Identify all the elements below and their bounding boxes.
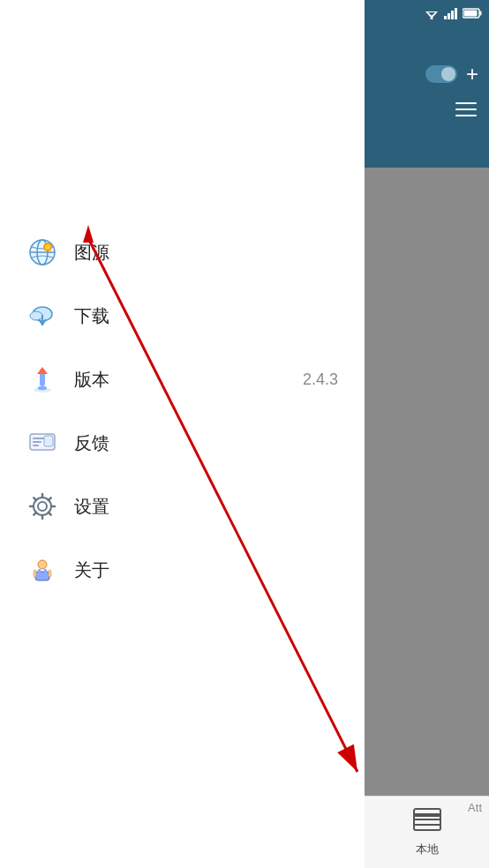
hamburger-row [375,102,478,116]
hamburger-line-2 [455,108,477,110]
svg-rect-33 [44,569,47,573]
menu-item-shezhi[interactable]: 设置 [0,475,365,538]
toggle-button[interactable] [425,65,457,83]
banben-value: 2.4.3 [303,370,338,389]
svg-rect-32 [38,569,41,573]
menu-item-xiazai[interactable]: 下载 [0,284,365,348]
xiazai-icon [26,300,58,332]
local-tab-label: 本地 [416,842,439,857]
menu-item-guanyu[interactable]: 关于 [0,538,365,602]
svg-rect-9 [480,11,482,16]
hamburger-line-3 [455,115,477,116]
svg-rect-7 [455,8,457,19]
local-tab-icon [413,807,441,838]
svg-rect-35 [49,570,51,577]
svg-rect-31 [35,572,49,580]
svg-point-30 [38,560,47,569]
svg-rect-38 [414,819,440,825]
xiazai-label: 下载 [74,304,338,328]
guanyu-label: 关于 [74,558,338,582]
svg-rect-34 [34,570,36,577]
svg-rect-6 [451,11,454,19]
left-menu: 图源下载版本2.4.3反馈设置关于 [0,0,365,868]
right-panel-header: + [365,0,489,168]
banben-label: 版本 [74,368,287,392]
menu-item-banben[interactable]: 版本2.4.3 [0,348,365,411]
banben-icon [26,363,58,395]
tuyuan-icon [26,236,58,268]
menu-item-fankui[interactable]: 反馈 [0,411,365,475]
svg-point-3 [431,18,433,20]
guanyu-icon [26,554,58,586]
wifi-icon [424,7,440,19]
svg-rect-24 [33,438,45,439]
menu-item-tuyuan[interactable]: 图源 [0,221,365,284]
svg-rect-22 [38,386,47,390]
battery-icon [463,8,482,19]
menu-list: 图源下载版本2.4.3反馈设置关于 [0,221,365,602]
svg-point-29 [34,498,51,515]
svg-point-28 [38,502,47,511]
toggle-knob [441,67,455,81]
shezhi-icon [26,490,58,522]
shezhi-label: 设置 [74,495,338,519]
add-button[interactable]: + [466,62,478,86]
svg-point-15 [45,244,50,250]
hamburger-menu[interactable] [455,102,477,116]
status-bar-row: + [375,35,478,86]
hamburger-line-1 [455,102,477,104]
svg-point-17 [30,311,42,320]
right-panel: + [365,0,489,868]
signal-icon [444,7,458,19]
svg-rect-26 [33,445,39,446]
svg-rect-5 [448,13,450,19]
fankui-icon [26,427,58,459]
bottom-tab[interactable]: 本地 [365,796,489,868]
svg-rect-10 [464,11,478,17]
local-icon-svg [413,807,441,832]
tuyuan-label: 图源 [74,241,338,265]
svg-marker-21 [37,367,48,374]
svg-rect-4 [444,16,447,19]
svg-rect-25 [33,441,41,443]
fankui-label: 反馈 [74,431,338,455]
svg-rect-27 [44,436,53,446]
